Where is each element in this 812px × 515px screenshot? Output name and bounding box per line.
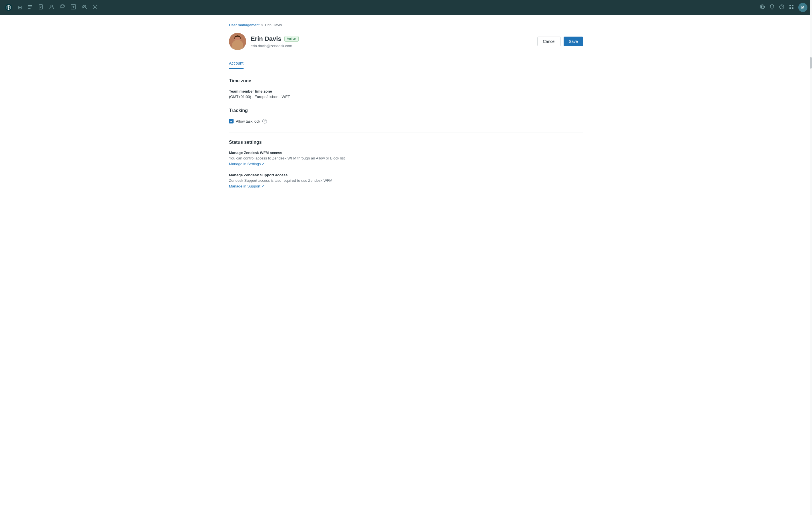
status-settings-section: Status settings Manage Zendesk WFM acces… xyxy=(229,140,583,188)
user-name-row: Erin Davis Active xyxy=(251,35,299,43)
svg-rect-2 xyxy=(28,8,31,8)
svg-rect-17 xyxy=(789,7,791,9)
bell-icon[interactable] xyxy=(769,4,775,11)
tabs: Account xyxy=(229,58,583,69)
timezone-section: Time zone Team member time zone (GMT+01:… xyxy=(229,78,583,99)
manage-support-link[interactable]: Manage in Support ↗ xyxy=(229,184,264,188)
user-email: erin.davis@zendesk.com xyxy=(251,44,299,48)
manage-wfm-desc: You can control access to Zendesk WFM th… xyxy=(229,156,583,160)
tab-account[interactable]: Account xyxy=(229,58,243,69)
svg-rect-18 xyxy=(792,7,793,9)
manage-support-item: Manage Zendesk Support access Zendesk Su… xyxy=(229,173,583,188)
tracking-section: Tracking Allow task lock ? xyxy=(229,108,583,124)
help-circle-icon[interactable] xyxy=(779,4,785,11)
breadcrumb: User management > Erin Davis xyxy=(229,23,583,27)
external-link-icon: ↗ xyxy=(262,162,264,166)
user-name: Erin Davis xyxy=(251,35,282,43)
globe-icon[interactable] xyxy=(759,4,765,11)
contacts-nav-icon[interactable] xyxy=(49,4,55,11)
scrollbar[interactable] xyxy=(810,0,812,515)
user-header: Erin Davis Active erin.davis@zendesk.com… xyxy=(229,33,583,50)
docs-nav-icon[interactable] xyxy=(38,4,44,11)
svg-rect-5 xyxy=(40,6,42,7)
manage-wfm-item: Manage Zendesk WFM access You can contro… xyxy=(229,151,583,166)
svg-point-14 xyxy=(781,8,782,8)
svg-point-11 xyxy=(94,6,96,8)
svg-rect-4 xyxy=(40,6,42,6)
manage-support-title: Manage Zendesk Support access xyxy=(229,173,583,177)
manage-support-desc: Zendesk Support access is also required … xyxy=(229,178,583,183)
user-avatar xyxy=(229,33,246,50)
svg-point-10 xyxy=(85,5,86,7)
manage-settings-link[interactable]: Manage in Settings ↗ xyxy=(229,162,264,166)
breadcrumb-parent-link[interactable]: User management xyxy=(229,23,260,27)
svg-rect-15 xyxy=(789,5,791,6)
svg-rect-6 xyxy=(40,7,41,8)
task-lock-help-icon[interactable]: ? xyxy=(262,119,267,124)
timezone-field-label: Team member time zone xyxy=(229,89,583,93)
user-avatar-nav[interactable]: M xyxy=(798,3,807,12)
tickets-nav-icon[interactable] xyxy=(27,4,33,11)
svg-point-21 xyxy=(232,44,243,50)
team-nav-icon[interactable] xyxy=(81,4,87,11)
settings-nav-icon[interactable] xyxy=(92,4,98,11)
cancel-button[interactable]: Cancel xyxy=(537,36,561,46)
svg-rect-1 xyxy=(28,6,32,7)
svg-rect-16 xyxy=(792,5,793,6)
allow-task-lock-row: Allow task lock ? xyxy=(229,119,583,124)
user-info: Erin Davis Active erin.davis@zendesk.com xyxy=(229,33,299,50)
breadcrumb-separator: > xyxy=(261,23,263,27)
svg-point-9 xyxy=(83,5,84,7)
user-details: Erin Davis Active erin.davis@zendesk.com xyxy=(251,35,299,48)
header-actions: Cancel Save xyxy=(537,36,583,46)
tracking-section-title: Tracking xyxy=(229,108,583,113)
svg-rect-0 xyxy=(28,5,32,6)
allow-task-lock-label: Allow task lock xyxy=(236,119,260,124)
status-settings-title: Status settings xyxy=(229,140,583,145)
top-navigation: ⊞ xyxy=(0,0,812,15)
timezone-section-title: Time zone xyxy=(229,78,583,83)
apps-grid-icon[interactable] xyxy=(789,4,794,11)
main-content: User management > Erin Davis xyxy=(218,15,594,209)
scroll-thumb xyxy=(810,57,812,69)
zendesk-logo[interactable] xyxy=(5,3,12,11)
allow-task-lock-checkbox[interactable] xyxy=(229,119,234,124)
save-button[interactable]: Save xyxy=(563,36,583,46)
breadcrumb-current: Erin Davis xyxy=(265,23,282,27)
external-link-icon-2: ↗ xyxy=(262,184,264,188)
section-divider xyxy=(229,133,583,133)
updates-nav-icon[interactable] xyxy=(70,4,76,11)
cloud-nav-icon[interactable] xyxy=(60,4,65,11)
manage-wfm-title: Manage Zendesk WFM access xyxy=(229,151,583,155)
status-badge: Active xyxy=(284,36,299,42)
home-nav-icon[interactable]: ⊞ xyxy=(18,4,22,10)
timezone-field-value: (GMT+01:00) - Europe/Lisbon - WET xyxy=(229,94,583,99)
